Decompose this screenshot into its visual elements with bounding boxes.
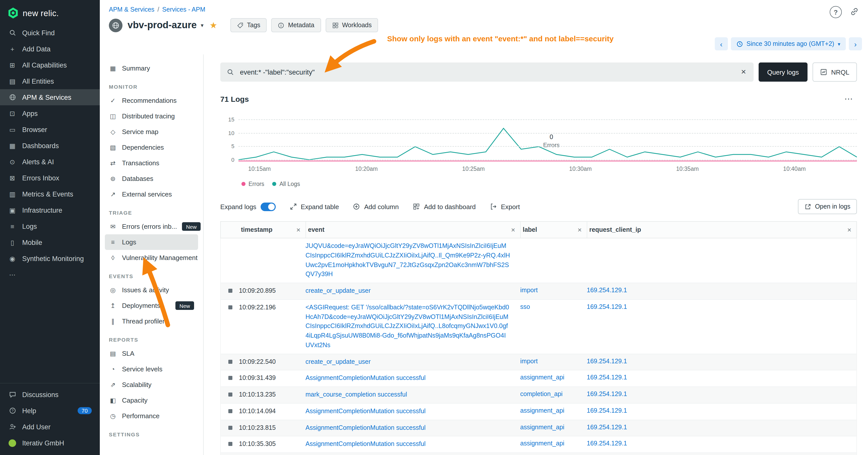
sidebar-item-apm-services[interactable]: APM & Services (0, 89, 100, 105)
log-query-input[interactable] (239, 68, 735, 76)
sidebar-item-dashboards[interactable]: ▦Dashboards (0, 137, 100, 154)
nav-item-logs[interactable]: ≡Logs (105, 234, 198, 250)
add-to-dashboard-button[interactable]: Add to dashboard (413, 203, 475, 210)
tags-button[interactable]: Tags (230, 18, 267, 32)
remove-column-ip-icon[interactable]: × (847, 226, 851, 234)
sidebar-item-add-data[interactable]: +Add Data (0, 41, 100, 57)
nrql-button[interactable]: NRQL (812, 63, 857, 82)
entity-dropdown-caret-icon[interactable]: ▾ (201, 22, 204, 29)
cell-label-link[interactable]: import (520, 358, 587, 364)
sidebar-item-infrastructure[interactable]: ▣Infrastructure (0, 202, 100, 218)
page-title[interactable]: vbv-prod-azure (127, 20, 197, 31)
nav-item-scalability[interactable]: ⇗Scalability (105, 377, 198, 392)
sidebar-item-all-capabilities[interactable]: ⊞All Capabilities (0, 57, 100, 73)
query-logs-button[interactable]: Query logs (758, 63, 807, 82)
sidebar-item-add-user[interactable]: Add User (0, 419, 100, 435)
sidebar-item-apps[interactable]: ⊡Apps (0, 105, 100, 122)
time-range-button[interactable]: Since 30 minutes ago (GMT+2) ▾ (731, 37, 846, 51)
cell-request-client-ip-link[interactable]: 169.254.129.1 (587, 303, 857, 311)
cell-request-client-ip-link[interactable]: 169.254.129.1 (587, 390, 857, 397)
nav-item-recommendations[interactable]: ✓Recommendations (105, 93, 198, 108)
remove-column-event-icon[interactable]: × (511, 226, 515, 234)
nav-item-errors-errors-inb[interactable]: ✉Errors (errors inb...New (105, 219, 198, 234)
open-in-logs-button[interactable]: Open in logs (798, 199, 857, 214)
expand-logs-toggle[interactable] (260, 202, 276, 211)
row-marker-icon[interactable] (228, 376, 232, 380)
table-row[interactable]: 10:10:44.066AssignmentCompletionMutation… (221, 453, 857, 455)
sidebar-item-errors-inbox[interactable]: ⊠Errors Inbox (0, 170, 100, 186)
sidebar-item-more[interactable]: ⋯ (0, 266, 100, 283)
row-marker-icon[interactable] (228, 305, 232, 310)
row-marker-icon[interactable] (228, 442, 232, 446)
row-marker-icon[interactable] (228, 359, 232, 363)
sidebar-item-all-entities[interactable]: ▤All Entities (0, 73, 100, 89)
nav-item-issues-activity[interactable]: ◎Issues & activity (105, 282, 198, 298)
remove-column-timestamp-icon[interactable]: × (297, 226, 301, 234)
remove-column-label-icon[interactable]: × (578, 226, 582, 234)
sidebar-item-iterativ-gmbh[interactable]: Iterativ GmbH (0, 435, 100, 451)
breadcrumb-parent-link[interactable]: APM & Services (109, 6, 155, 13)
sidebar-item-quick-find[interactable]: Quick Find (0, 25, 100, 41)
cell-event-link[interactable]: create_or_update_user (306, 286, 520, 296)
nav-item-summary[interactable]: ▦Summary (105, 61, 198, 76)
nav-item-external-services[interactable]: ↗External services (105, 187, 198, 202)
row-marker-icon[interactable] (228, 425, 232, 429)
nav-item-performance[interactable]: ◷Performance (105, 408, 198, 424)
cell-event-link[interactable]: mark_course_completion successful (306, 390, 520, 399)
table-row[interactable]: 10:09:22.196<ASGIRequest: GET '/sso/call… (221, 300, 857, 354)
cell-request-client-ip-link[interactable]: 169.254.129.1 (587, 423, 857, 430)
table-row[interactable]: 10:09:20.895create_or_update_userimport1… (221, 283, 857, 300)
cell-event-link[interactable]: AssignmentCompletionMutation successful (306, 407, 520, 416)
sidebar-item-browser[interactable]: ▭Browser (0, 122, 100, 137)
cell-label-link[interactable]: import (520, 287, 587, 294)
cell-request-client-ip-link[interactable]: 169.254.129.1 (587, 440, 857, 447)
table-row[interactable]: 10:09:22.540create_or_update_userimport1… (221, 354, 857, 370)
metadata-button[interactable]: Metadata (272, 18, 321, 32)
nav-item-databases[interactable]: ⊜Databases (105, 171, 198, 187)
chart-menu-icon[interactable]: ⋯ (844, 94, 857, 104)
sidebar-item-synthetic-monitoring[interactable]: ◉Synthetic Monitoring (0, 251, 100, 266)
table-row[interactable]: JUQVU&code=eyJraWQiOiJjcGltY29yZV8wOTl1M… (221, 238, 857, 283)
clear-query-icon[interactable]: × (740, 67, 747, 77)
sidebar-item-metrics-events[interactable]: ▥Metrics & Events (0, 186, 100, 202)
cell-event-link[interactable]: <ASGIRequest: GET '/sso/callback/?state=… (306, 303, 520, 350)
nav-item-sla[interactable]: ▤SLA (105, 346, 198, 361)
sidebar-item-discussions[interactable]: Discussions (0, 387, 100, 402)
nav-item-dependencies[interactable]: ▧Dependencies (105, 139, 198, 155)
legend-item-all-logs[interactable]: All Logs (273, 181, 300, 187)
table-row[interactable]: 10:10:23.815AssignmentCompletionMutation… (221, 420, 857, 436)
expand-table-button[interactable]: Expand table (289, 203, 339, 210)
cell-event-link[interactable]: JUQVU&code=eyJraWQiOiJjcGltY29yZV8wOTl1M… (306, 241, 520, 279)
row-marker-icon[interactable] (228, 409, 232, 413)
table-row[interactable]: 10:10:13.235mark_course_completion succe… (221, 387, 857, 403)
help-icon[interactable]: ? (830, 6, 842, 18)
cell-label-link[interactable]: completion_api (520, 390, 587, 397)
table-row[interactable]: 10:10:35.305AssignmentCompletionMutation… (221, 436, 857, 453)
cell-event-link[interactable]: AssignmentCompletionMutation successful (306, 423, 520, 432)
nav-item-capacity[interactable]: ◧Capacity (105, 392, 198, 408)
cell-event-link[interactable]: AssignmentCompletionMutation successful (306, 440, 520, 449)
cell-event-link[interactable]: create_or_update_user (306, 357, 520, 366)
cell-request-client-ip-link[interactable]: 169.254.129.1 (587, 407, 857, 414)
cell-request-client-ip-link[interactable]: 169.254.129.1 (587, 358, 857, 364)
time-back-button[interactable]: ‹ (715, 37, 728, 51)
nav-item-service-levels[interactable]: ◔Service levels (105, 361, 198, 377)
cell-label-link[interactable]: assignment_api (520, 374, 587, 381)
log-query-box[interactable]: × (220, 63, 753, 82)
row-marker-icon[interactable] (228, 289, 232, 293)
legend-item-errors[interactable]: Errors (242, 181, 265, 187)
permalink-icon[interactable] (849, 6, 860, 17)
cell-label-link[interactable]: assignment_api (520, 440, 587, 447)
nav-item-distributed-tracing[interactable]: ◫Distributed tracing (105, 108, 198, 124)
sidebar-item-logs[interactable]: ≡Logs (0, 218, 100, 234)
cell-request-client-ip-link[interactable]: 169.254.129.1 (587, 374, 857, 381)
table-row[interactable]: 10:09:31.439AssignmentCompletionMutation… (221, 370, 857, 387)
table-row[interactable]: 10:10:14.094AssignmentCompletionMutation… (221, 403, 857, 420)
nav-item-service-map[interactable]: ◇Service map (105, 124, 198, 139)
workloads-button[interactable]: Workloads (326, 18, 378, 32)
cell-event-link[interactable]: AssignmentCompletionMutation successful (306, 373, 520, 383)
sidebar-item-alerts-ai[interactable]: ⊙Alerts & AI (0, 154, 100, 170)
sidebar-item-help[interactable]: ?Help70 (0, 402, 100, 419)
breadcrumb-current-link[interactable]: Services - APM (162, 6, 206, 13)
cell-label-link[interactable]: assignment_api (520, 423, 587, 430)
